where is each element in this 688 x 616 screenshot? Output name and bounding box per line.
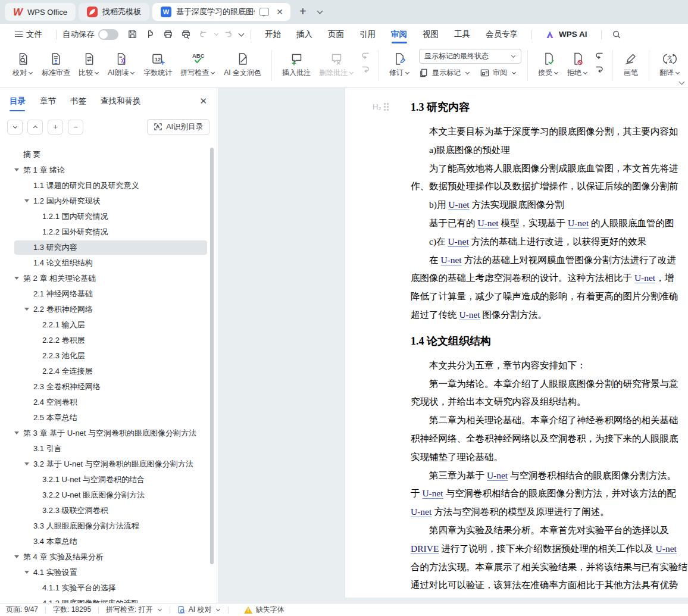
undo-button[interactable]: [195, 27, 212, 42]
toc-item[interactable]: 4.1 实验设置: [0, 565, 217, 580]
tab-docer[interactable]: 找稻壳模板: [79, 3, 149, 21]
word-count-button[interactable]: 12 字数统计: [139, 49, 176, 79]
menu-item-tools[interactable]: 工具: [446, 24, 478, 45]
toc-item[interactable]: 摘 要: [0, 147, 217, 162]
review-pane-button[interactable]: 审阅: [480, 68, 517, 78]
spell-check-button[interactable]: ABC 拼写检查: [176, 49, 220, 79]
expand-arrow-icon[interactable]: [24, 308, 29, 311]
expand-arrow-icon[interactable]: [24, 462, 29, 465]
toc-item[interactable]: 第 3 章 基于 U-net 与空洞卷积的眼底图像分割方法: [0, 426, 217, 441]
toc-item[interactable]: 1.1 课题的研究目的及研究意义: [0, 178, 217, 193]
collapse-level-button[interactable]: −: [68, 120, 83, 135]
doc-text-line[interactable]: 第一章为绪论。本章介绍了人眼眼底图像分割的研究背景与意: [411, 375, 688, 393]
toc-item[interactable]: 1.2.1 国内研究情况: [0, 209, 217, 224]
toc-item[interactable]: 1.2 国内外研究现状: [0, 193, 217, 209]
ai-polish-button[interactable]: AI 全文润色: [220, 49, 265, 79]
insert-comment-button[interactable]: 插入批注: [278, 49, 315, 79]
toc-item[interactable]: 2.3 全卷积神经网络: [0, 379, 217, 395]
brush-button[interactable]: 画笔: [619, 49, 643, 79]
file-menu[interactable]: 文件: [7, 24, 50, 45]
expand-arrow-icon[interactable]: [14, 168, 19, 171]
tab-list-chevron-icon[interactable]: [317, 8, 323, 14]
sidebar-tab-chapters[interactable]: 章节: [40, 88, 56, 114]
doc-text-line[interactable]: 究现状，并给出本文研究内容及组织结构。: [411, 393, 688, 411]
sidebar-tab-bookmarks[interactable]: 书签: [70, 88, 86, 114]
close-tab-icon[interactable]: ✕: [274, 7, 286, 17]
doc-heading[interactable]: 1.4 论文组织结构: [411, 334, 688, 348]
expand-arrow-icon[interactable]: [14, 555, 19, 558]
doc-text-line[interactable]: U-net 方法与空洞卷积的模型及原理进行了阐述。: [411, 503, 688, 521]
autosave-toggle[interactable]: [98, 29, 118, 40]
menu-item-insert[interactable]: 插入: [289, 24, 320, 45]
doc-text-line[interactable]: 基于已有的 U-net 模型，实现基于 U-net 的人眼眼底血管的图: [411, 214, 688, 233]
show-markup-button[interactable]: 显示标记: [419, 68, 470, 78]
tab-document[interactable]: W 基于深度学习的眼底图像分割 ✕: [152, 3, 290, 21]
doc-content[interactable]: 1.3 研究内容本文主要目标为基于深度学习的眼底图像分割，其主要内容如a)眼底图…: [411, 88, 688, 595]
toc-item[interactable]: 1.2.2 国外研究情况: [0, 224, 217, 240]
doc-text-line[interactable]: b)用 U-net 方法实现眼底图像分割: [411, 196, 688, 214]
expand-arrow-icon[interactable]: [24, 571, 29, 574]
undo-chevron-icon[interactable]: [214, 31, 218, 35]
doc-text-line[interactable]: 实现铺垫了理论基础。: [411, 448, 688, 467]
doc-text-line[interactable]: 超过了传统 U-net 图像分割方法。: [411, 306, 688, 324]
accept-revision-button[interactable]: 接受: [534, 49, 563, 79]
toc-item[interactable]: 3.2 基于 U-net 与空洞卷积的眼底图像分割方法: [0, 456, 217, 472]
doc-text-line[interactable]: 降低了计算量，减少了噪声造成的影响，有着更高的图片分割准确: [411, 287, 688, 306]
toc-item[interactable]: 第 1 章 绪论: [0, 162, 217, 178]
sidebar-scrollbar[interactable]: [210, 148, 214, 564]
drag-handle-icon[interactable]: [384, 103, 389, 111]
doc-text-line[interactable]: 底图像的基础上考虑空洞卷积的设计。这种方法相比于 U-net，增: [411, 269, 688, 287]
doc-text-line[interactable]: 第二章为相关理论基础。本章介绍了神经卷积网络的相关基础: [411, 411, 688, 430]
doc-text-line[interactable]: 于 U-net 与空洞卷积相结合的眼底图像分割方法，并对该方法的配: [411, 484, 688, 503]
toc-item[interactable]: 3.3 人眼眼底图像分割方法流程: [0, 518, 217, 534]
word-count-indicator[interactable]: 字数: 18295: [46, 604, 98, 616]
toc-item[interactable]: 第 4 章 实验及结果分析: [0, 549, 217, 565]
heading-level-marker[interactable]: H₂: [373, 102, 389, 111]
menu-item-start[interactable]: 开始: [257, 24, 289, 45]
print-button[interactable]: [159, 27, 177, 42]
search-icon[interactable]: [608, 27, 626, 42]
save-button[interactable]: [123, 27, 141, 42]
spellcheck-status[interactable]: 拼写检查: 打开: [99, 604, 170, 616]
new-tab-button[interactable]: +: [293, 5, 312, 20]
toc-item[interactable]: 4.1.1 实验平台的选择: [0, 580, 217, 596]
markup-state-select[interactable]: 显示标记的最终状态: [419, 49, 521, 64]
toc-item[interactable]: 2.2.3 池化层: [0, 348, 217, 364]
reject-revision-button[interactable]: 拒绝: [563, 49, 592, 79]
doc-text-line[interactable]: 合的方法实现。本章展示了相关实验结果，并将该结果与已有实验结: [411, 558, 688, 577]
sidebar-tab-find-replace[interactable]: 查找和替换: [101, 88, 141, 114]
comment-bubble-icon[interactable]: [259, 8, 269, 16]
redo-button[interactable]: [219, 27, 237, 42]
proofread-button[interactable]: 校对: [8, 49, 37, 79]
toc-item[interactable]: 2.2.2 卷积层: [0, 333, 217, 348]
next-revision-button[interactable]: [593, 65, 605, 74]
menu-item-member[interactable]: 会员专享: [478, 24, 526, 45]
ai-recognize-toc-button[interactable]: AI识别目录: [147, 119, 209, 135]
ai-proofread-status[interactable]: AI 校对: [170, 604, 229, 616]
translate-button[interactable]: 文A 翻译: [655, 49, 684, 79]
document-page[interactable]: H₂ 1.3 研究内容本文主要目标为基于深度学习的眼底图像分割，其主要内容如a)…: [345, 88, 688, 598]
toc-item[interactable]: 2.5 本章总结: [0, 410, 217, 426]
doc-text-line[interactable]: 第三章为基于 U-net 与空洞卷积相结合的眼底图像分割方法。: [411, 467, 688, 485]
toc-item[interactable]: 1.4 论文组织结构: [0, 255, 217, 271]
compare-button[interactable]: 比较: [74, 49, 104, 79]
doc-text-line[interactable]: DRIVE 进行了说明，接下来介绍数据预处理的相关工作以及 U-net: [411, 540, 688, 558]
sidebar-tab-contents[interactable]: 目录: [10, 88, 26, 114]
toc-item[interactable]: 2.4 空洞卷积: [0, 395, 217, 410]
menu-item-review[interactable]: 审阅: [383, 24, 415, 45]
track-changes-button[interactable]: 修订: [385, 49, 414, 79]
doc-text-line[interactable]: 在 U-net 方法的基础上对视网膜血管图像分割方法进行了改进: [411, 251, 688, 270]
standard-review-button[interactable]: 标准审查: [37, 49, 74, 79]
toc-item[interactable]: 第 2 章 相关理论基础: [0, 271, 217, 286]
collapse-all-button[interactable]: [7, 120, 23, 135]
export-pdf-button[interactable]: [141, 27, 159, 42]
toc-item[interactable]: 3.4 本章总结: [0, 534, 217, 549]
menu-item-view[interactable]: 视图: [415, 24, 446, 45]
expand-all-button[interactable]: [27, 120, 43, 135]
toc-item[interactable]: 2.2.1 输入层: [0, 317, 217, 333]
missing-font-warning[interactable]: 缺失字体: [237, 604, 291, 616]
doc-text-line[interactable]: 第四章为实验及结果分析。本章首先对实验平台的选择以及: [411, 521, 688, 540]
quick-access-chevron-icon[interactable]: [239, 30, 245, 36]
tab-wps-office[interactable]: W WPS Office: [5, 3, 76, 21]
menu-item-reference[interactable]: 引用: [352, 24, 383, 45]
